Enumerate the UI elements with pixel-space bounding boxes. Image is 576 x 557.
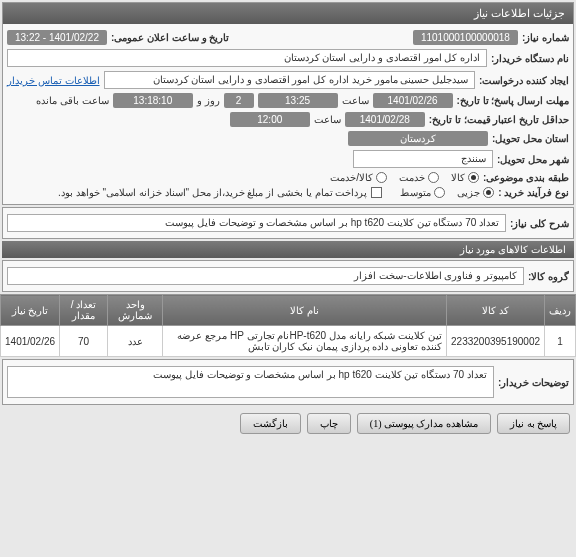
- description-panel: شرح کلی نیاز: تعداد 70 دستگاه تین کلاینت…: [2, 207, 574, 239]
- print-button[interactable]: چاپ: [307, 413, 351, 434]
- row-category: طبقه بندی موضوعی: کالا خدمت کالا/خدمت: [7, 170, 569, 185]
- cell-unit: عدد: [108, 326, 163, 357]
- radio-medium[interactable]: متوسط: [400, 187, 445, 198]
- row-requester: ایجاد کننده درخواست: سیدجلیل حسینی مامور…: [7, 69, 569, 91]
- cell-date: 1401/02/26: [1, 326, 60, 357]
- category-radio-group: کالا خدمت کالا/خدمت: [330, 172, 479, 183]
- province-label: استان محل تحویل:: [492, 133, 569, 144]
- th-code: کد کالا: [447, 295, 545, 326]
- radio-service[interactable]: خدمت: [399, 172, 439, 183]
- deadline-time: 13:25: [258, 93, 338, 108]
- cell-name: تین کلاینت شبکه رایانه مدل HP-t620نام تج…: [163, 326, 447, 357]
- radio-partial[interactable]: جزیی: [457, 187, 494, 198]
- days-and-label: روز و: [197, 95, 220, 106]
- validity-label: حداقل تاریخ اعتبار قیمت؛ تا تاریخ:: [429, 114, 569, 125]
- public-announce-value: 1401/02/22 - 13:22: [7, 30, 107, 45]
- table-header-row: ردیف کد کالا نام کالا واحد شمارش تعداد /…: [1, 295, 576, 326]
- radio-goods-icon: [468, 172, 479, 183]
- purchase-type-radio-group: جزیی متوسط: [400, 187, 494, 198]
- button-row: پاسخ به نیاز مشاهده مدارک پیوستی (1) چاپ…: [0, 407, 576, 440]
- th-date: تاریخ نیاز: [1, 295, 60, 326]
- requester-value: سیدجلیل حسینی مامور خرید اداره کل امور ا…: [104, 71, 476, 89]
- buyer-notes-panel: توضیحات خریدار: تعداد 70 دستگاه تین کلای…: [2, 359, 574, 405]
- back-button[interactable]: بازگشت: [240, 413, 301, 434]
- goods-group-panel: گروه کالا: کامپیوتر و فناوری اطلاعات-سخت…: [2, 260, 574, 292]
- need-number-value: 1101000100000018: [413, 30, 518, 45]
- goods-group-label: گروه کالا:: [528, 271, 569, 282]
- radio-partial-icon: [483, 187, 494, 198]
- payment-checkbox[interactable]: [371, 187, 382, 198]
- radio-goods-service-icon: [376, 172, 387, 183]
- buyer-org-label: نام دستگاه خریدار:: [491, 53, 569, 64]
- items-table: ردیف کد کالا نام کالا واحد شمارش تعداد /…: [0, 294, 576, 357]
- radio-goods[interactable]: کالا: [451, 172, 479, 183]
- public-announce-label: تاریخ و ساعت اعلان عمومی:: [111, 32, 229, 43]
- time-label-1: ساعت: [342, 95, 369, 106]
- th-qty: تعداد / مقدار: [60, 295, 108, 326]
- attachments-button[interactable]: مشاهده مدارک پیوستی (1): [357, 413, 491, 434]
- remaining-label: ساعت باقی مانده: [36, 95, 109, 106]
- cell-row: 1: [545, 326, 576, 357]
- respond-button[interactable]: پاسخ به نیاز: [497, 413, 570, 434]
- panel-title: جزئیات اطلاعات نیاز: [3, 3, 573, 24]
- row-validity: حداقل تاریخ اعتبار قیمت؛ تا تاریخ: 1401/…: [7, 110, 569, 129]
- buyer-notes-value: تعداد 70 دستگاه تین کلاینت hp t620 بر اس…: [7, 366, 494, 398]
- cell-code: 2233200395190002: [447, 326, 545, 357]
- goods-group-value: کامپیوتر و فناوری اطلاعات-سخت افزار: [7, 267, 524, 285]
- row-goods-group: گروه کالا: کامپیوتر و فناوری اطلاعات-سخت…: [7, 265, 569, 287]
- buyer-org-value: اداره کل امور اقتصادی و دارایی استان کرد…: [7, 49, 487, 67]
- description-value: تعداد 70 دستگاه تین کلاینت hp t620 بر اس…: [7, 214, 506, 232]
- row-buyer-notes: توضیحات خریدار: تعداد 70 دستگاه تین کلای…: [7, 364, 569, 400]
- province-value: کردستان: [348, 131, 488, 146]
- city-value: سنندج: [353, 150, 493, 168]
- city-label: شهر محل تحویل:: [497, 154, 569, 165]
- radio-goods-label: کالا: [451, 172, 465, 183]
- th-name: نام کالا: [163, 295, 447, 326]
- buyer-notes-label: توضیحات خریدار:: [498, 377, 569, 388]
- details-panel: جزئیات اطلاعات نیاز شماره نیاز: 11010001…: [2, 2, 574, 205]
- radio-goods-service-label: کالا/خدمت: [330, 172, 373, 183]
- th-row: ردیف: [545, 295, 576, 326]
- row-deadline: مهلت ارسال پاسخ؛ تا تاریخ: 1401/02/26 سا…: [7, 91, 569, 110]
- radio-medium-icon: [434, 187, 445, 198]
- payment-note: پرداخت تمام یا بخشی از مبلغ خرید،از محل …: [58, 187, 367, 198]
- th-unit: واحد شمارش: [108, 295, 163, 326]
- purchase-type-label: نوع فرآیند خرید :: [498, 187, 569, 198]
- countdown: 13:18:10: [113, 93, 193, 108]
- radio-goods-service[interactable]: کالا/خدمت: [330, 172, 387, 183]
- row-purchase-type: نوع فرآیند خرید : جزیی متوسط پرداخت تمام…: [7, 185, 569, 200]
- days-count: 2: [224, 93, 254, 108]
- validity-date: 1401/02/28: [345, 112, 425, 127]
- row-city: شهر محل تحویل: سنندج: [7, 148, 569, 170]
- panel-body: شماره نیاز: 1101000100000018 تاریخ و ساع…: [3, 24, 573, 204]
- category-label: طبقه بندی موضوعی:: [483, 172, 569, 183]
- radio-medium-label: متوسط: [400, 187, 431, 198]
- radio-partial-label: جزیی: [457, 187, 480, 198]
- radio-service-label: خدمت: [399, 172, 425, 183]
- time-label-2: ساعت: [314, 114, 341, 125]
- validity-time: 12:00: [230, 112, 310, 127]
- need-number-label: شماره نیاز:: [522, 32, 569, 43]
- requester-label: ایجاد کننده درخواست:: [479, 75, 569, 86]
- row-province: استان محل تحویل: کردستان: [7, 129, 569, 148]
- buyer-contact-link[interactable]: اطلاعات تماس خریدار: [7, 75, 100, 86]
- items-section-header: اطلاعات کالاهای مورد نیاز: [2, 241, 574, 258]
- cell-qty: 70: [60, 326, 108, 357]
- table-row[interactable]: 1 2233200395190002 تین کلاینت شبکه رایان…: [1, 326, 576, 357]
- row-buyer-org: نام دستگاه خریدار: اداره کل امور اقتصادی…: [7, 47, 569, 69]
- description-label: شرح کلی نیاز:: [510, 218, 569, 229]
- deadline-date: 1401/02/26: [373, 93, 453, 108]
- deadline-label: مهلت ارسال پاسخ؛ تا تاریخ:: [457, 95, 569, 106]
- row-description: شرح کلی نیاز: تعداد 70 دستگاه تین کلاینت…: [7, 212, 569, 234]
- row-need-number: شماره نیاز: 1101000100000018 تاریخ و ساع…: [7, 28, 569, 47]
- radio-service-icon: [428, 172, 439, 183]
